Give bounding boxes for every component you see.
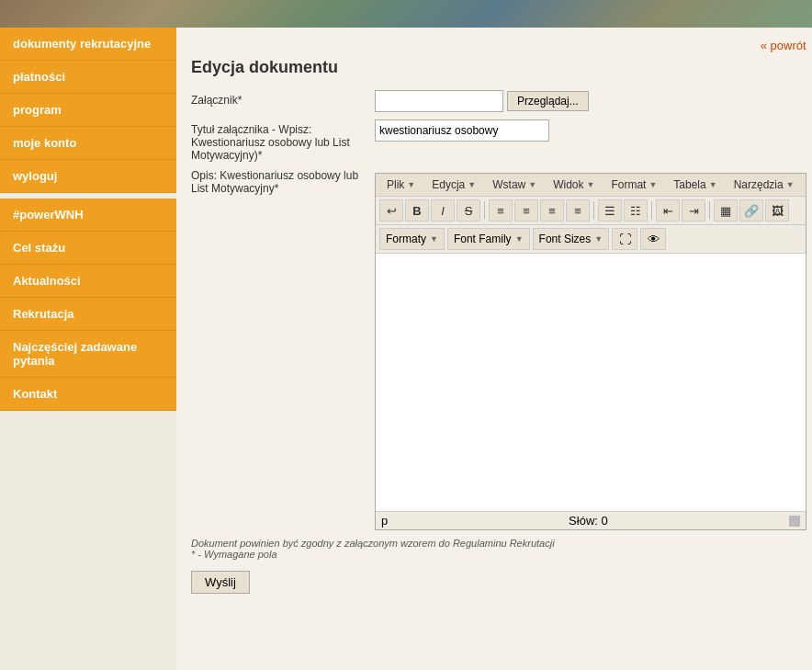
formaty-arrow: ▼ <box>430 234 438 244</box>
submit-button[interactable]: Wyślij <box>191 571 250 594</box>
editor-menubar: Plik ▼ Edycja ▼ Wstaw ▼ Widok <box>376 174 806 197</box>
font-sizes-arrow: ▼ <box>594 234 603 244</box>
align-left-button[interactable]: ≡ <box>489 199 513 221</box>
italic-button[interactable]: I <box>431 199 455 221</box>
unordered-list-button[interactable]: ☰ <box>598 199 622 221</box>
sidebar: dokumenty rekrutacyjne płatności program… <box>0 28 176 670</box>
wstaw-arrow: ▼ <box>528 180 536 189</box>
editor-word-count: Słów: 0 <box>569 514 608 528</box>
sidebar-item-rekrutacja[interactable]: Rekrutacja <box>0 298 176 331</box>
align-justify-button[interactable]: ≡ <box>566 199 590 221</box>
resize-handle[interactable] <box>789 516 800 527</box>
formaty-dropdown[interactable]: Formaty ▼ <box>379 228 445 250</box>
title-control <box>375 119 806 142</box>
font-family-arrow: ▼ <box>515 234 524 244</box>
tabela-arrow: ▼ <box>709 180 717 189</box>
strikethrough-button[interactable]: S <box>457 199 480 221</box>
page-title: Edycja dokumentu <box>191 58 806 77</box>
menu-tabela[interactable]: Tabela ▼ <box>666 176 724 194</box>
editor-toolbar-1: ↩ B I S ≡ ≡ ≡ ≡ ☰ ☷ ⇤ ⇥ <box>376 197 806 225</box>
description-label: Opis: Kwestionariusz osobowy lub List Mo… <box>191 169 375 195</box>
font-sizes-dropdown[interactable]: Font Sizes ▼ <box>533 228 610 250</box>
sidebar-item-aktualnosci[interactable]: Aktualności <box>0 265 176 298</box>
sidebar-item-najczesciej[interactable]: Najczęściej zadawane pytania <box>0 331 176 378</box>
title-label: Tytuł załącznika - Wpisz: Kwestionariusz… <box>191 119 375 162</box>
menu-widok[interactable]: Widok ▼ <box>546 176 602 194</box>
description-editor: Plik ▼ Edycja ▼ Wstaw ▼ Widok <box>375 169 806 530</box>
plik-arrow: ▼ <box>407 180 415 189</box>
sidebar-item-kontakt[interactable]: Kontakt <box>0 378 176 411</box>
menu-plik[interactable]: Plik ▼ <box>379 176 423 194</box>
hint-text: Dokument powinien być zgodny z załączony… <box>191 538 806 549</box>
editor-toolbar-2: Formaty ▼ Font Family ▼ Font Sizes ▼ ⛶ 👁 <box>376 225 806 254</box>
attachment-label: Załącznik* <box>191 90 375 107</box>
fullscreen-button[interactable]: ⛶ <box>612 228 637 250</box>
attachment-row: Załącznik* Przeglądaj... <box>191 90 806 112</box>
image-button[interactable]: 🖼 <box>765 199 789 221</box>
sidebar-item-wyloguj[interactable]: wyloguj <box>0 160 176 193</box>
menu-edycja[interactable]: Edycja ▼ <box>424 176 483 194</box>
required-text: * - Wymagane pola <box>191 549 806 560</box>
description-row: Opis: Kwestionariusz osobowy lub List Mo… <box>191 169 806 530</box>
editor-wrapper: Plik ▼ Edycja ▼ Wstaw ▼ Widok <box>375 173 806 530</box>
file-input-box[interactable] <box>375 90 503 112</box>
sidebar-item-cel-stazu[interactable]: Cel stażu <box>0 232 176 265</box>
editor-element-tag: p <box>381 514 388 528</box>
ordered-list-button[interactable]: ☷ <box>624 199 648 221</box>
sidebar-item-moje-konto[interactable]: moje konto <box>0 127 176 160</box>
title-input[interactable] <box>375 119 549 142</box>
sidebar-item-dokumenty[interactable]: dokumenty rekrutacyjne <box>0 28 176 61</box>
browse-button[interactable]: Przeglądaj... <box>507 91 589 111</box>
menu-format[interactable]: Format ▼ <box>603 176 664 194</box>
main-content: « powrót Edycja dokumentu Załącznik* Prz… <box>176 28 812 670</box>
back-link[interactable]: « powrót <box>191 39 806 52</box>
sidebar-item-platnosci[interactable]: płatności <box>0 61 176 94</box>
format-arrow: ▼ <box>648 180 657 189</box>
align-right-button[interactable]: ≡ <box>540 199 564 221</box>
undo-button[interactable]: ↩ <box>379 199 403 221</box>
toolbar-sep-2 <box>593 201 594 220</box>
widok-arrow: ▼ <box>586 180 594 189</box>
indent-more-button[interactable]: ⇥ <box>682 199 705 221</box>
editor-statusbar: p Słów: 0 <box>376 511 806 529</box>
link-button[interactable]: 🔗 <box>739 199 763 221</box>
table-button[interactable]: ▦ <box>714 199 738 221</box>
align-center-button[interactable]: ≡ <box>514 199 538 221</box>
indent-less-button[interactable]: ⇤ <box>656 199 680 221</box>
bold-button[interactable]: B <box>405 199 429 221</box>
menu-wstaw[interactable]: Wstaw ▼ <box>485 176 544 194</box>
title-row: Tytuł załącznika - Wpisz: Kwestionariusz… <box>191 119 806 162</box>
attachment-control: Przeglądaj... <box>375 90 806 112</box>
header-banner <box>0 0 812 28</box>
sidebar-item-program[interactable]: program <box>0 94 176 127</box>
toolbar-sep-3 <box>651 201 652 220</box>
toolbar-sep-4 <box>709 201 710 220</box>
edycja-arrow: ▼ <box>468 180 476 189</box>
menu-narzedzia[interactable]: Narzędzia ▼ <box>727 176 802 194</box>
sidebar-item-power-wnh[interactable]: #powerWNH <box>0 199 176 232</box>
font-family-dropdown[interactable]: Font Family ▼ <box>447 228 530 250</box>
preview-button[interactable]: 👁 <box>640 228 666 250</box>
narzedzia-arrow: ▼ <box>786 180 795 189</box>
editor-content[interactable] <box>376 254 806 511</box>
toolbar-sep-1 <box>484 201 485 220</box>
